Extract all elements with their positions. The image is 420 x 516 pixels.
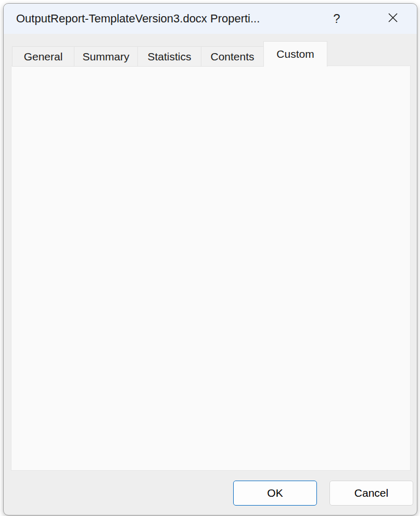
tab-summary[interactable]: Summary — [74, 46, 138, 67]
custom-tab-panel — [11, 66, 411, 471]
title-bar[interactable]: OutputReport-TemplateVersion3.docx Prope… — [4, 4, 417, 34]
close-button[interactable] — [380, 4, 405, 34]
tab-strip: GeneralSummaryStatisticsContentsCustom — [12, 41, 327, 67]
cancel-button[interactable]: Cancel — [329, 481, 413, 506]
tab-custom[interactable]: Custom — [263, 41, 327, 67]
window-title: OutputReport-TemplateVersion3.docx Prope… — [16, 4, 260, 34]
tab-contents[interactable]: Contents — [201, 46, 264, 67]
tab-statistics[interactable]: Statistics — [137, 46, 201, 67]
tab-general[interactable]: General — [12, 46, 74, 67]
ok-button[interactable]: OK — [233, 481, 317, 506]
help-button[interactable]: ? — [325, 4, 348, 34]
close-icon — [387, 12, 399, 26]
help-icon: ? — [333, 11, 340, 26]
properties-dialog: OutputReport-TemplateVersion3.docx Prope… — [3, 3, 417, 515]
